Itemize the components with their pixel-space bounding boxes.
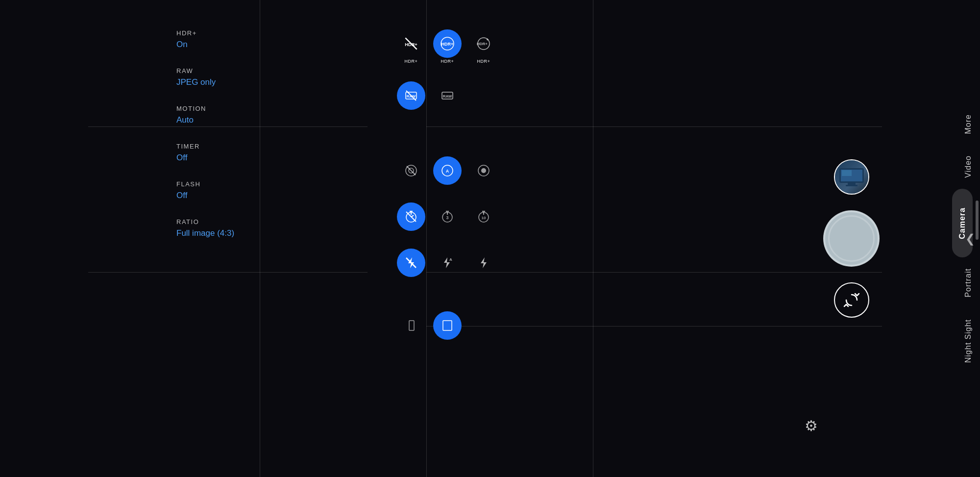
- svg-line-13: [407, 166, 416, 175]
- portrait-mode-label: Portrait: [964, 268, 973, 298]
- timer-10s-svg: 10: [477, 210, 490, 224]
- raw-label: RAW: [176, 67, 274, 75]
- timer-value: Off: [176, 153, 274, 163]
- motion-off-option[interactable]: [397, 156, 425, 185]
- flash-on-svg: [477, 256, 490, 270]
- flip-camera-button[interactable]: [834, 282, 869, 318]
- motion-on-option[interactable]: [469, 156, 498, 185]
- svg-rect-43: [846, 185, 858, 186]
- ratio-label: RATIO: [176, 218, 274, 226]
- svg-rect-38: [443, 321, 452, 330]
- hdr-label: HDR+: [176, 29, 274, 37]
- flash-setting[interactable]: FLASH Off: [176, 180, 274, 201]
- ratio-169-icon[interactable]: [397, 311, 425, 340]
- motion-off-svg: [404, 164, 418, 177]
- flash-auto-icon[interactable]: A: [433, 249, 462, 277]
- ratio-43-icon[interactable]: [433, 311, 462, 340]
- timer-10s-option[interactable]: 10: [469, 202, 498, 231]
- raw-off-option[interactable]: RAW: [397, 81, 425, 110]
- hdr-plus-icon[interactable]: HDR+ +: [469, 29, 498, 58]
- hdr-setting[interactable]: HDR+ On: [176, 29, 274, 50]
- raw-on-option[interactable]: RAW: [433, 81, 462, 110]
- raw-off-svg: RAW: [404, 89, 418, 102]
- flash-value: Off: [176, 191, 274, 201]
- ratio-169-svg: [404, 319, 418, 332]
- raw-value: JPEG only: [176, 77, 274, 87]
- flash-label: FLASH: [176, 180, 274, 188]
- ratio-value: Full image (4:3): [176, 228, 274, 238]
- raw-off-icon[interactable]: RAW: [397, 81, 425, 110]
- nightsight-mode[interactable]: Night Sight: [964, 308, 973, 374]
- timer-off-option[interactable]: [397, 202, 425, 231]
- hdr-off-label: HDR+: [405, 59, 418, 64]
- thumbnail-image: [835, 160, 868, 194]
- flash-on-option[interactable]: [469, 249, 498, 277]
- motion-on-icon[interactable]: [469, 156, 498, 185]
- hdr-off-option[interactable]: HDR+ HDR+: [397, 29, 425, 64]
- svg-text:HDR+: HDR+: [405, 42, 417, 47]
- settings-panel: HDR+ On RAW JPEG only MOTION Auto TIMER …: [176, 29, 274, 256]
- hdr-on-option[interactable]: HDR+ HDR+: [433, 29, 462, 64]
- video-mode[interactable]: Video: [964, 145, 973, 189]
- svg-marker-36: [481, 257, 487, 268]
- hdr-off-icon[interactable]: HDR+: [397, 29, 425, 58]
- svg-text:+: +: [486, 37, 489, 42]
- hdr-off-svg: HDR+: [404, 37, 418, 50]
- svg-text:A: A: [446, 169, 449, 174]
- motion-off-icon[interactable]: [397, 156, 425, 185]
- hdr-plus-label: HDR+: [477, 59, 490, 64]
- scrollbar-indicator: [976, 201, 979, 240]
- svg-text:3: 3: [446, 215, 448, 220]
- raw-on-icon[interactable]: RAW: [433, 81, 462, 110]
- flash-off-option[interactable]: [397, 249, 425, 277]
- ratio-43-svg: [441, 319, 454, 332]
- timer-setting[interactable]: TIMER Off: [176, 143, 274, 163]
- controls-area: HDR+ HDR+ HDR+ HDR+: [397, 29, 510, 357]
- svg-text:RAW: RAW: [443, 94, 452, 99]
- hdr-value: On: [176, 40, 274, 50]
- flip-camera-icon: [842, 291, 861, 309]
- svg-text:A: A: [449, 257, 452, 262]
- timer-label: TIMER: [176, 143, 274, 150]
- portrait-mode[interactable]: Portrait: [964, 257, 973, 308]
- thumbnail-button[interactable]: [834, 159, 869, 195]
- video-mode-label: Video: [964, 155, 973, 178]
- timer-3s-option[interactable]: 3: [433, 202, 462, 231]
- hdr-on-label: HDR+: [441, 59, 454, 64]
- svg-rect-42: [848, 183, 856, 185]
- raw-on-svg: RAW: [441, 89, 454, 102]
- motion-on-svg: [477, 164, 490, 177]
- camera-ui: HDR+ On RAW JPEG only MOTION Auto TIMER …: [0, 0, 980, 477]
- gear-button[interactable]: ⚙: [799, 413, 823, 438]
- motion-auto-option[interactable]: A: [433, 156, 462, 185]
- motion-auto-icon[interactable]: A: [433, 156, 462, 185]
- capture-button[interactable]: [823, 210, 880, 267]
- hdr-on-icon[interactable]: HDR+: [433, 29, 462, 58]
- flash-auto-option[interactable]: A: [433, 249, 462, 277]
- timer-10s-icon[interactable]: 10: [469, 202, 498, 231]
- timer-3s-icon[interactable]: 3: [433, 202, 462, 231]
- flash-off-icon[interactable]: [397, 249, 425, 277]
- flash-auto-svg: A: [441, 256, 454, 270]
- hdr-plus-option[interactable]: HDR+ + HDR+: [469, 29, 498, 64]
- timer-control-row: 3 10: [397, 202, 510, 231]
- motion-control-row: A: [397, 156, 510, 185]
- more-mode[interactable]: More: [964, 103, 973, 145]
- flash-control-row: A: [397, 249, 510, 277]
- camera-mode[interactable]: Camera: [952, 189, 973, 258]
- raw-setting[interactable]: RAW JPEG only: [176, 67, 274, 87]
- motion-setting[interactable]: MOTION Auto: [176, 105, 274, 125]
- timer-off-svg: [404, 210, 418, 224]
- ratio-169-option[interactable]: [397, 311, 425, 340]
- svg-rect-41: [842, 170, 852, 176]
- timer-off-icon[interactable]: [397, 202, 425, 231]
- more-mode-label: More: [964, 114, 973, 134]
- nightsight-mode-label: Night Sight: [964, 319, 973, 363]
- ratio-43-option[interactable]: [433, 311, 462, 340]
- svg-rect-37: [409, 321, 414, 330]
- flash-on-icon[interactable]: [469, 249, 498, 277]
- ratio-setting[interactable]: RATIO Full image (4:3): [176, 218, 274, 238]
- thumbnail-svg: [837, 162, 866, 192]
- collapse-chevron[interactable]: ❮: [965, 232, 975, 246]
- svg-text:10: 10: [482, 216, 486, 220]
